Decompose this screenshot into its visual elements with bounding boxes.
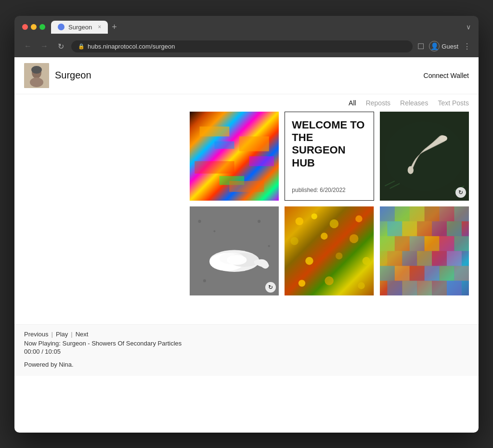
tab-favicon	[58, 24, 65, 30]
svg-point-33	[296, 217, 303, 225]
player-time: 00:00 / 10:05	[24, 348, 469, 355]
svg-rect-72	[424, 266, 439, 281]
svg-point-37	[291, 237, 298, 245]
grid-item-3[interactable]: ↻	[380, 112, 469, 201]
svg-point-43	[298, 280, 305, 286]
svg-rect-9	[239, 136, 269, 151]
svg-rect-49	[409, 206, 424, 221]
svg-point-44	[325, 276, 334, 285]
svg-rect-52	[454, 206, 469, 221]
maximize-button[interactable]	[39, 24, 45, 30]
svg-rect-75	[387, 281, 402, 295]
svg-rect-67	[432, 251, 447, 266]
filter-tab-reposts[interactable]: Reposts	[366, 99, 390, 107]
menu-icon[interactable]: ⋮	[463, 42, 471, 51]
filter-tab-text-posts[interactable]: Text Posts	[438, 99, 469, 107]
tab-label: Surgeon	[68, 24, 92, 31]
guest-label: Guest	[441, 43, 458, 50]
refresh-button[interactable]: ↻	[55, 42, 66, 51]
player-track-name: Surgeon - Showers Of Secondary Particles	[63, 340, 182, 347]
svg-rect-63	[454, 236, 469, 251]
artist-avatar-image	[24, 63, 49, 88]
svg-rect-11	[229, 181, 264, 192]
repost-icon-3: ↻	[455, 187, 466, 198]
svg-rect-71	[409, 266, 424, 281]
svg-point-39	[350, 234, 359, 243]
svg-rect-48	[395, 206, 410, 221]
address-field[interactable]: 🔒 hubs.ninaprotocol.com/surgeon	[71, 40, 413, 52]
svg-rect-54	[402, 221, 417, 236]
svg-rect-53	[387, 221, 402, 236]
grid-image-5	[285, 206, 374, 295]
guest-button[interactable]: 👤 Guest	[429, 41, 458, 51]
svg-rect-61	[424, 236, 439, 251]
svg-point-15	[439, 135, 447, 141]
svg-rect-55	[417, 221, 432, 236]
previous-button[interactable]: Previous	[24, 331, 49, 338]
grid-item-4[interactable]: ↻	[190, 206, 279, 295]
svg-rect-50	[424, 206, 439, 221]
svg-point-40	[306, 257, 313, 265]
grid-item-5[interactable]	[285, 206, 374, 295]
svg-point-35	[330, 219, 339, 229]
player-controls: Previous | Play | Next	[24, 331, 469, 338]
minimize-button[interactable]	[31, 24, 37, 30]
svg-point-2	[30, 77, 43, 87]
next-button[interactable]: Next	[76, 331, 89, 338]
svg-rect-65	[402, 251, 417, 266]
svg-rect-57	[447, 221, 462, 236]
svg-rect-79	[447, 281, 462, 295]
page-content: Surgeon Connect Wallet All Reposts Relea…	[14, 57, 479, 433]
svg-rect-59	[395, 236, 410, 251]
svg-point-22	[198, 220, 201, 223]
guest-avatar-icon: 👤	[429, 41, 440, 51]
address-bar: ← → ↻ 🔒 hubs.ninaprotocol.com/surgeon ☐ …	[14, 38, 479, 57]
filter-tab-all[interactable]: All	[349, 99, 356, 107]
bookmark-icon[interactable]: ☐	[417, 42, 424, 51]
tab-bar: Surgeon × + ∨	[51, 21, 471, 34]
svg-point-26	[203, 279, 206, 282]
svg-rect-62	[439, 236, 454, 251]
svg-rect-66	[417, 251, 432, 266]
tab-chevron-icon[interactable]: ∨	[466, 23, 471, 31]
grid-item-1[interactable]	[190, 112, 279, 201]
player-bar: Previous | Play | Next Now Playing: Surg…	[14, 324, 479, 376]
text-post-date: published: 6/20/2022	[292, 182, 366, 193]
separator-2: |	[71, 331, 72, 338]
tab-close-button[interactable]: ×	[98, 24, 101, 30]
svg-rect-78	[432, 281, 447, 295]
new-tab-button[interactable]: +	[112, 22, 117, 32]
svg-rect-56	[432, 221, 447, 236]
svg-rect-58	[380, 236, 395, 251]
forward-button[interactable]: →	[39, 42, 50, 51]
svg-rect-77	[417, 281, 432, 295]
connect-wallet-button[interactable]: Connect Wallet	[424, 72, 469, 79]
svg-rect-7	[195, 161, 234, 173]
grid-item-2-text-post[interactable]: WELCOME TO THE SURGEON HUB published: 6/…	[285, 112, 374, 201]
grid-image-3	[380, 112, 469, 201]
filter-bar: All Reposts Releases Text Posts	[14, 94, 479, 112]
close-button[interactable]	[22, 24, 28, 30]
traffic-lights	[22, 24, 45, 30]
powered-by: Powered by Nina.	[24, 361, 469, 368]
site-header: Surgeon Connect Wallet	[14, 57, 479, 94]
play-button[interactable]: Play	[56, 331, 68, 338]
svg-point-41	[336, 253, 342, 259]
title-bar: Surgeon × + ∨	[14, 16, 479, 38]
svg-rect-60	[409, 236, 424, 251]
svg-point-38	[321, 232, 327, 239]
artist-info: Surgeon	[24, 63, 91, 88]
grid-item-6[interactable]	[380, 206, 469, 295]
svg-rect-69	[380, 266, 395, 281]
svg-point-42	[363, 257, 370, 265]
svg-rect-70	[395, 266, 410, 281]
filter-tab-releases[interactable]: Releases	[400, 99, 428, 107]
active-tab[interactable]: Surgeon ×	[51, 21, 108, 34]
separator-1: |	[52, 331, 53, 338]
svg-rect-10	[249, 156, 274, 166]
back-button[interactable]: ←	[22, 42, 34, 51]
svg-point-36	[356, 215, 363, 222]
svg-rect-73	[439, 266, 454, 281]
svg-point-45	[358, 282, 365, 289]
artist-avatar	[24, 63, 49, 88]
